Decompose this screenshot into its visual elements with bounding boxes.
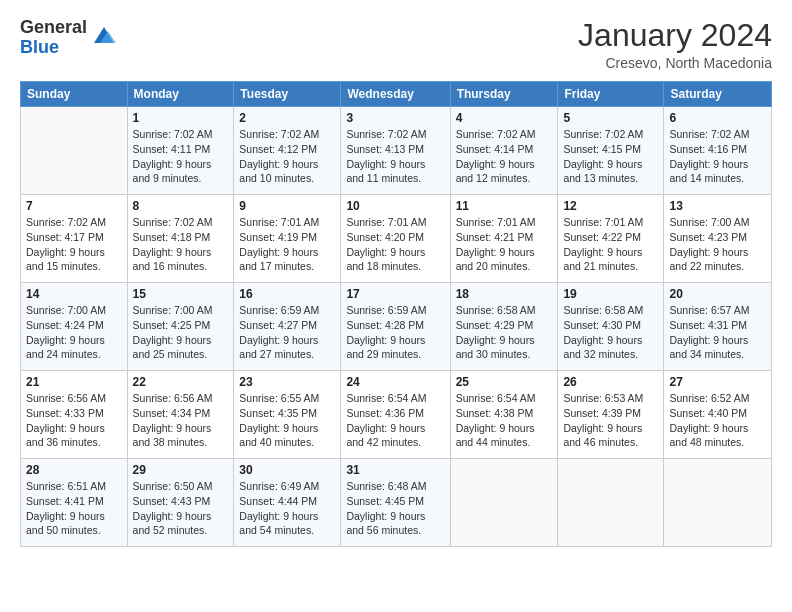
day-info: Sunrise: 7:02 AMSunset: 4:17 PMDaylight:… <box>26 215 122 274</box>
day-info: Sunrise: 7:01 AMSunset: 4:19 PMDaylight:… <box>239 215 335 274</box>
calendar-cell: 17Sunrise: 6:59 AMSunset: 4:28 PMDayligh… <box>341 283 450 371</box>
logo-blue: Blue <box>20 38 87 58</box>
calendar-week-4: 28Sunrise: 6:51 AMSunset: 4:41 PMDayligh… <box>21 459 772 547</box>
calendar-cell: 16Sunrise: 6:59 AMSunset: 4:27 PMDayligh… <box>234 283 341 371</box>
calendar-cell: 26Sunrise: 6:53 AMSunset: 4:39 PMDayligh… <box>558 371 664 459</box>
day-number: 1 <box>133 111 229 125</box>
calendar-cell <box>21 107 128 195</box>
calendar-cell: 3Sunrise: 7:02 AMSunset: 4:13 PMDaylight… <box>341 107 450 195</box>
calendar-cell: 27Sunrise: 6:52 AMSunset: 4:40 PMDayligh… <box>664 371 772 459</box>
header-row: Sunday Monday Tuesday Wednesday Thursday… <box>21 82 772 107</box>
calendar-cell: 4Sunrise: 7:02 AMSunset: 4:14 PMDaylight… <box>450 107 558 195</box>
day-number: 21 <box>26 375 122 389</box>
calendar-cell: 28Sunrise: 6:51 AMSunset: 4:41 PMDayligh… <box>21 459 128 547</box>
day-info: Sunrise: 7:02 AMSunset: 4:15 PMDaylight:… <box>563 127 658 186</box>
page: General Blue January 2024 Cresevo, North… <box>0 0 792 612</box>
day-info: Sunrise: 7:01 AMSunset: 4:21 PMDaylight:… <box>456 215 553 274</box>
day-number: 27 <box>669 375 766 389</box>
day-info: Sunrise: 7:00 AMSunset: 4:24 PMDaylight:… <box>26 303 122 362</box>
subtitle: Cresevo, North Macedonia <box>578 55 772 71</box>
day-number: 4 <box>456 111 553 125</box>
col-monday: Monday <box>127 82 234 107</box>
col-sunday: Sunday <box>21 82 128 107</box>
calendar-cell: 1Sunrise: 7:02 AMSunset: 4:11 PMDaylight… <box>127 107 234 195</box>
calendar-cell: 13Sunrise: 7:00 AMSunset: 4:23 PMDayligh… <box>664 195 772 283</box>
calendar-cell: 23Sunrise: 6:55 AMSunset: 4:35 PMDayligh… <box>234 371 341 459</box>
day-number: 31 <box>346 463 444 477</box>
calendar-week-0: 1Sunrise: 7:02 AMSunset: 4:11 PMDaylight… <box>21 107 772 195</box>
day-number: 5 <box>563 111 658 125</box>
day-number: 15 <box>133 287 229 301</box>
calendar-cell: 21Sunrise: 6:56 AMSunset: 4:33 PMDayligh… <box>21 371 128 459</box>
calendar-cell: 31Sunrise: 6:48 AMSunset: 4:45 PMDayligh… <box>341 459 450 547</box>
day-number: 20 <box>669 287 766 301</box>
day-info: Sunrise: 7:02 AMSunset: 4:14 PMDaylight:… <box>456 127 553 186</box>
calendar-week-3: 21Sunrise: 6:56 AMSunset: 4:33 PMDayligh… <box>21 371 772 459</box>
col-tuesday: Tuesday <box>234 82 341 107</box>
day-number: 26 <box>563 375 658 389</box>
day-info: Sunrise: 6:54 AMSunset: 4:36 PMDaylight:… <box>346 391 444 450</box>
day-number: 28 <box>26 463 122 477</box>
day-info: Sunrise: 7:02 AMSunset: 4:18 PMDaylight:… <box>133 215 229 274</box>
logo-text: General Blue <box>20 18 87 58</box>
title-block: January 2024 Cresevo, North Macedonia <box>578 18 772 71</box>
day-number: 7 <box>26 199 122 213</box>
col-friday: Friday <box>558 82 664 107</box>
day-number: 6 <box>669 111 766 125</box>
day-info: Sunrise: 6:53 AMSunset: 4:39 PMDaylight:… <box>563 391 658 450</box>
calendar-cell: 12Sunrise: 7:01 AMSunset: 4:22 PMDayligh… <box>558 195 664 283</box>
day-info: Sunrise: 6:56 AMSunset: 4:34 PMDaylight:… <box>133 391 229 450</box>
calendar-cell: 18Sunrise: 6:58 AMSunset: 4:29 PMDayligh… <box>450 283 558 371</box>
calendar-cell: 14Sunrise: 7:00 AMSunset: 4:24 PMDayligh… <box>21 283 128 371</box>
day-number: 18 <box>456 287 553 301</box>
calendar-cell: 20Sunrise: 6:57 AMSunset: 4:31 PMDayligh… <box>664 283 772 371</box>
calendar-cell: 11Sunrise: 7:01 AMSunset: 4:21 PMDayligh… <box>450 195 558 283</box>
calendar-week-1: 7Sunrise: 7:02 AMSunset: 4:17 PMDaylight… <box>21 195 772 283</box>
day-number: 29 <box>133 463 229 477</box>
day-number: 19 <box>563 287 658 301</box>
calendar-cell: 30Sunrise: 6:49 AMSunset: 4:44 PMDayligh… <box>234 459 341 547</box>
day-info: Sunrise: 6:56 AMSunset: 4:33 PMDaylight:… <box>26 391 122 450</box>
day-number: 16 <box>239 287 335 301</box>
day-number: 24 <box>346 375 444 389</box>
calendar-cell: 8Sunrise: 7:02 AMSunset: 4:18 PMDaylight… <box>127 195 234 283</box>
day-info: Sunrise: 6:52 AMSunset: 4:40 PMDaylight:… <box>669 391 766 450</box>
calendar-cell: 10Sunrise: 7:01 AMSunset: 4:20 PMDayligh… <box>341 195 450 283</box>
day-number: 9 <box>239 199 335 213</box>
calendar: Sunday Monday Tuesday Wednesday Thursday… <box>20 81 772 547</box>
calendar-cell <box>450 459 558 547</box>
day-number: 17 <box>346 287 444 301</box>
day-number: 23 <box>239 375 335 389</box>
day-number: 10 <box>346 199 444 213</box>
day-number: 12 <box>563 199 658 213</box>
day-info: Sunrise: 7:02 AMSunset: 4:13 PMDaylight:… <box>346 127 444 186</box>
day-info: Sunrise: 6:59 AMSunset: 4:27 PMDaylight:… <box>239 303 335 362</box>
day-info: Sunrise: 6:51 AMSunset: 4:41 PMDaylight:… <box>26 479 122 538</box>
day-info: Sunrise: 6:58 AMSunset: 4:30 PMDaylight:… <box>563 303 658 362</box>
day-info: Sunrise: 6:50 AMSunset: 4:43 PMDaylight:… <box>133 479 229 538</box>
col-wednesday: Wednesday <box>341 82 450 107</box>
day-number: 3 <box>346 111 444 125</box>
day-info: Sunrise: 6:58 AMSunset: 4:29 PMDaylight:… <box>456 303 553 362</box>
day-info: Sunrise: 7:00 AMSunset: 4:25 PMDaylight:… <box>133 303 229 362</box>
logo-general: General <box>20 18 87 38</box>
day-info: Sunrise: 7:02 AMSunset: 4:12 PMDaylight:… <box>239 127 335 186</box>
calendar-cell: 6Sunrise: 7:02 AMSunset: 4:16 PMDaylight… <box>664 107 772 195</box>
day-number: 30 <box>239 463 335 477</box>
col-thursday: Thursday <box>450 82 558 107</box>
day-info: Sunrise: 6:59 AMSunset: 4:28 PMDaylight:… <box>346 303 444 362</box>
day-info: Sunrise: 6:48 AMSunset: 4:45 PMDaylight:… <box>346 479 444 538</box>
calendar-cell: 29Sunrise: 6:50 AMSunset: 4:43 PMDayligh… <box>127 459 234 547</box>
calendar-cell <box>558 459 664 547</box>
calendar-body: 1Sunrise: 7:02 AMSunset: 4:11 PMDaylight… <box>21 107 772 547</box>
header: General Blue January 2024 Cresevo, North… <box>20 18 772 71</box>
day-info: Sunrise: 7:00 AMSunset: 4:23 PMDaylight:… <box>669 215 766 274</box>
calendar-cell: 5Sunrise: 7:02 AMSunset: 4:15 PMDaylight… <box>558 107 664 195</box>
day-number: 25 <box>456 375 553 389</box>
calendar-cell: 9Sunrise: 7:01 AMSunset: 4:19 PMDaylight… <box>234 195 341 283</box>
day-info: Sunrise: 6:49 AMSunset: 4:44 PMDaylight:… <box>239 479 335 538</box>
day-info: Sunrise: 6:54 AMSunset: 4:38 PMDaylight:… <box>456 391 553 450</box>
day-number: 14 <box>26 287 122 301</box>
day-number: 2 <box>239 111 335 125</box>
day-info: Sunrise: 7:02 AMSunset: 4:11 PMDaylight:… <box>133 127 229 186</box>
